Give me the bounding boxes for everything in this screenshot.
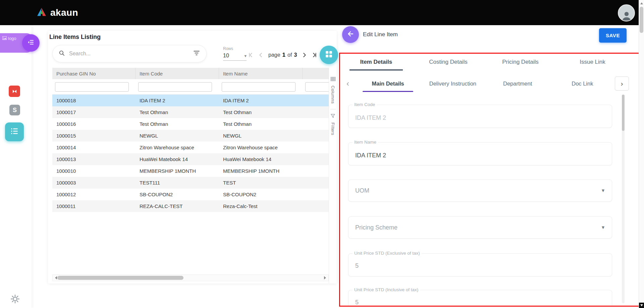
page-word: page — [268, 52, 280, 58]
table-cell: 1000017 — [52, 106, 136, 118]
table-cell: REZA-CALC-TEST — [136, 200, 219, 212]
table-cell: SB-COUPON2 — [136, 189, 219, 200]
table-row[interactable]: 1000017Test OthmanTest Othman — [52, 106, 329, 118]
s-app-icon[interactable]: S — [9, 105, 20, 115]
field-item-code-label: Item Code — [353, 102, 377, 107]
columns-strip-label[interactable]: Columns — [330, 86, 335, 104]
subtab-main-details[interactable]: Main Details — [356, 75, 420, 92]
tab-costing-details[interactable]: Costing Details — [412, 54, 484, 70]
filter-input-item-name[interactable] — [222, 82, 296, 92]
h-scroll-thumb[interactable] — [57, 276, 183, 280]
brand: akaun — [36, 0, 78, 25]
scroll-up-arrow[interactable] — [639, 1, 644, 5]
next-page-button[interactable] — [300, 51, 308, 59]
scroll-thumb[interactable] — [640, 7, 643, 33]
filters-strip-label[interactable]: Filters — [330, 122, 335, 135]
prev-page-button[interactable] — [257, 51, 265, 59]
table-body: 1000018IDA ITEM 2IDA ITEM 21000017Test O… — [52, 95, 329, 212]
subtabs-scroll-right-button[interactable]: › — [615, 76, 629, 91]
h-scroll-right-arrow[interactable] — [322, 275, 328, 281]
table-cell: 1000011 — [52, 200, 136, 212]
table-horizontal-scrollbar — [52, 274, 329, 281]
table-row[interactable]: 1000013HuaWei Matebook 14HuaWei Matebook… — [52, 153, 329, 165]
field-item-name-value: IDA ITEM 2 — [355, 152, 612, 159]
brand-text: akaun — [50, 7, 78, 18]
table-cell — [303, 118, 329, 130]
line-items-nav-button[interactable] — [5, 122, 24, 141]
search-input[interactable] — [68, 50, 193, 57]
form-scroll-thumb[interactable] — [622, 95, 625, 131]
field-item-name[interactable]: Item Name IDA ITEM 2 — [348, 142, 612, 165]
table-row[interactable]: 1000014Zitron Warehouse spaceZitron Ware… — [52, 142, 329, 153]
sidebar-toggle-button[interactable] — [22, 34, 40, 52]
columns-icon — [331, 76, 335, 83]
avatar[interactable] — [618, 4, 635, 21]
tab-pricing-details[interactable]: Pricing Details — [484, 54, 556, 70]
column-header-purchase-gin-no[interactable]: Purchase GIN No — [52, 68, 136, 79]
settings-button[interactable] — [9, 294, 21, 306]
field-item-code: Item Code IDA ITEM 2 — [348, 105, 612, 128]
table-cell: Test Othman — [136, 106, 219, 118]
field-pricing-scheme-select[interactable]: Pricing Scheme ▾ — [348, 216, 612, 239]
table-cell: IDA ITEM 2 — [219, 95, 303, 106]
column-header-item-name[interactable]: Item Name — [219, 68, 303, 79]
table-row[interactable]: 1000010MEMBERSHIP 1MONTHMEMBERSHIP 1MONT… — [52, 165, 329, 177]
subtab-doc-link[interactable]: Doc Link — [550, 75, 615, 92]
table-row[interactable]: 1000016Test OthmanTest Othman — [52, 118, 329, 130]
table-cell: Zitron Warehouse space — [136, 142, 219, 153]
column-header-item-code[interactable]: Item Code — [136, 68, 219, 79]
table-row[interactable]: 1000011REZA-CALC-TESTReza-Calc-Test — [52, 200, 329, 212]
table-row[interactable]: 1000003TEST111TEST — [52, 177, 329, 189]
table-cell — [303, 130, 329, 142]
table-row[interactable]: 1000012SB-COUPON2SB-COUPON2 — [52, 189, 329, 200]
table-cell: NEWGL — [219, 130, 303, 142]
filter-input-extra[interactable] — [305, 82, 329, 92]
table-row[interactable]: 1000015NEWGLNEWGL — [52, 130, 329, 142]
subtabs-scroll-left-button[interactable]: ‹ — [340, 75, 356, 92]
subtab-delivery-instruction[interactable]: Delivery Instruction — [420, 75, 485, 92]
last-page-button[interactable] — [310, 51, 318, 59]
table-cell — [303, 189, 329, 200]
scroll-down-arrow[interactable] — [639, 303, 644, 308]
brand-logo-icon — [36, 7, 47, 18]
field-item-name-label: Item Name — [353, 140, 378, 145]
table-cell — [303, 142, 329, 153]
table-cell: 1000013 — [52, 153, 136, 165]
table-cell: 1000010 — [52, 165, 136, 177]
subtab-department[interactable]: Department — [485, 75, 550, 92]
strip-divider — [330, 109, 336, 109]
tab-item-details[interactable]: Item Details — [340, 54, 412, 70]
form-scrollbar — [622, 95, 625, 303]
back-button[interactable] — [342, 26, 359, 43]
s-app-letter: S — [13, 107, 17, 114]
filter-input-purchase-gin-no[interactable] — [55, 82, 129, 92]
save-button[interactable]: SAVE — [599, 28, 627, 43]
filter-list-icon[interactable] — [193, 49, 200, 58]
table-cell: Test Othman — [219, 106, 303, 118]
table-cell: Reza-Calc-Test — [219, 200, 303, 212]
caret-down-icon: ▾ — [602, 187, 604, 194]
field-pricing-scheme-placeholder: Pricing Scheme — [355, 217, 612, 238]
table-cell: 1000014 — [52, 142, 136, 153]
tab-issue-link[interactable]: Issue Link — [556, 54, 629, 70]
table-cell: 1000016 — [52, 118, 136, 130]
field-unit-price-inclusive[interactable]: Unit Price STD (Inclusive of tax) 5 — [348, 290, 612, 306]
grid-icon — [325, 50, 333, 60]
table-cell: 1000015 — [52, 130, 136, 142]
rows-select[interactable]: 10 ▾ — [223, 53, 247, 61]
field-unit-price-exclusive[interactable]: Unit Price STD (Exclusive of tax) 5 — [348, 253, 612, 276]
table-row[interactable]: 1000018IDA ITEM 2IDA ITEM 2 — [52, 95, 329, 106]
pdf-app-icon[interactable] — [9, 86, 20, 97]
field-unit-price-inclusive-value: 5 — [355, 299, 612, 306]
first-page-button[interactable] — [247, 51, 255, 59]
field-unit-price-exclusive-value: 5 — [355, 262, 612, 269]
page-total: 3 — [294, 52, 297, 58]
filter-input-item-code[interactable] — [138, 82, 212, 92]
grid-view-button[interactable] — [320, 46, 338, 64]
page-current: 1 — [282, 52, 285, 58]
table-side-strip: Columns Filters — [329, 68, 337, 284]
field-uom-select[interactable]: UOM ▾ — [348, 179, 612, 202]
caret-down-icon: ▾ — [602, 224, 604, 230]
table-cell: 1000012 — [52, 189, 136, 200]
field-item-code-value: IDA ITEM 2 — [355, 114, 612, 121]
